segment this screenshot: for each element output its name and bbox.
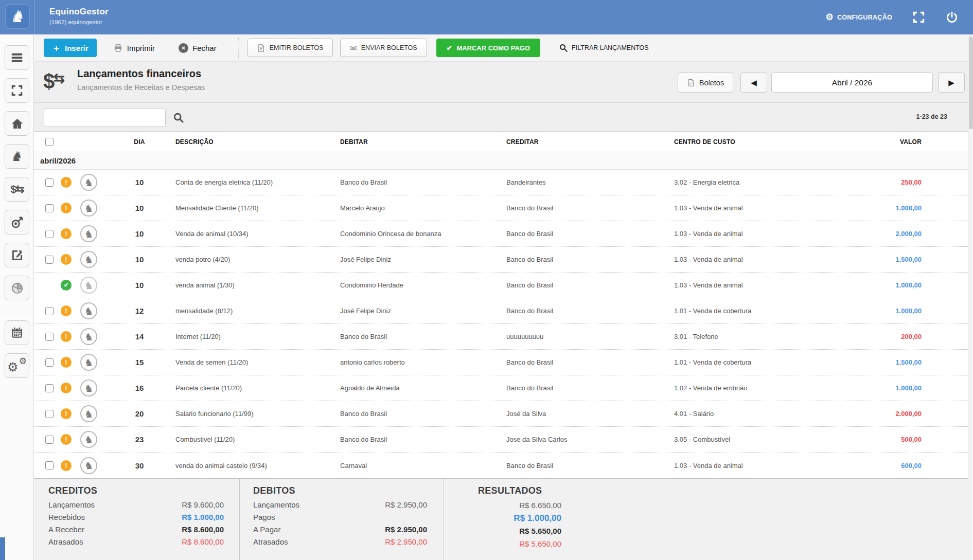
horse-icon[interactable]: ♞: [80, 174, 97, 191]
row-description[interactable]: mensalidade (8/12): [173, 307, 340, 315]
scrollbar-thumb[interactable]: [969, 37, 973, 129]
summary-row: A PagarR$ 2.950,00: [253, 523, 427, 536]
row-checkbox[interactable]: [45, 358, 54, 367]
sidebar-finance-button[interactable]: $⇆: [5, 177, 29, 202]
finance-title-icon: $⇆: [43, 70, 64, 93]
horse-icon[interactable]: ♞: [80, 251, 97, 268]
horse-icon[interactable]: ♞: [80, 354, 97, 371]
status-icon[interactable]: !: [61, 254, 72, 265]
horse-icon[interactable]: ♞: [80, 380, 97, 396]
row-checkbox[interactable]: [45, 307, 54, 315]
status-icon[interactable]: !: [61, 177, 72, 188]
table-row[interactable]: ! ♞ 14 Internet (11/20) Banco do Brasil …: [34, 324, 973, 350]
horse-icon[interactable]: ♞: [80, 405, 97, 422]
status-icon[interactable]: ✔: [61, 280, 72, 291]
app-logo[interactable]: ♞: [6, 5, 29, 28]
row-description[interactable]: Mensalidade Cliente (11/20): [173, 204, 340, 212]
table-row[interactable]: ! ♞ 15 Venda de semen (11/20) antonio ca…: [34, 350, 973, 375]
filter-button[interactable]: FILTRAR LANÇAMENTOS: [552, 39, 656, 57]
horse-icon[interactable]: ♞: [80, 277, 97, 294]
column-descricao[interactable]: DESCRIÇÃO: [173, 138, 340, 146]
emit-boletos-button[interactable]: EMITIR BOLETOS: [247, 39, 333, 57]
column-creditar[interactable]: CREDITAR: [506, 138, 674, 146]
row-cost-center: 3.05 - Combustível: [674, 436, 844, 443]
row-description[interactable]: Combustivel (11/20): [173, 436, 340, 443]
sidebar-breeding-button[interactable]: [5, 210, 29, 234]
column-valor[interactable]: VALOR: [844, 138, 922, 146]
horse-icon[interactable]: ♞: [80, 457, 97, 474]
row-description[interactable]: venda animal (1/30): [173, 281, 340, 289]
sidebar-fullscreen-button[interactable]: [5, 78, 29, 103]
table-row[interactable]: ! ♞ 10 Mensalidade Cliente (11/20) Marce…: [34, 195, 973, 221]
sidebar-menu-button[interactable]: [5, 45, 29, 70]
status-icon[interactable]: !: [61, 331, 72, 342]
status-icon[interactable]: !: [61, 305, 72, 316]
row-description[interactable]: Parcela cliente (11/20): [173, 384, 340, 392]
mark-paid-button[interactable]: ✔ MARCAR COMO PAGO: [436, 39, 541, 57]
sidebar-edit-button[interactable]: [5, 243, 29, 267]
sidebar-settings-button[interactable]: ⚙⚙: [5, 353, 29, 378]
table-row[interactable]: ! ♞ 30 venda do animal castelo (9/34) Ca…: [34, 453, 973, 478]
row-checkbox[interactable]: [45, 461, 54, 469]
row-description[interactable]: Venda de semen (11/20): [173, 358, 340, 366]
status-icon[interactable]: !: [61, 460, 72, 471]
table-row[interactable]: ! ♞ 20 Salario funcionario (11/99) Banco…: [34, 401, 973, 427]
sidebar-home-button[interactable]: [5, 111, 29, 136]
status-icon[interactable]: !: [61, 434, 72, 445]
table-row[interactable]: ! ♞ 10 Venda de animal (10/34) Condomini…: [34, 221, 973, 247]
table-row[interactable]: ✔ ♞ 10 venda animal (1/30) Condominio He…: [34, 273, 973, 298]
row-description[interactable]: Venda de animal (10/34): [173, 230, 340, 238]
row-checkbox[interactable]: [45, 333, 54, 341]
configuration-button[interactable]: ⚙ CONFIGURAÇÃO: [825, 13, 892, 22]
row-checkbox[interactable]: [45, 410, 54, 418]
close-button[interactable]: ✕ Fechar: [171, 39, 224, 57]
sidebar-reports-button[interactable]: [5, 276, 29, 300]
search-input[interactable]: [44, 108, 166, 127]
send-boletos-button[interactable]: ✉ ENVIAR BOLETOS: [340, 39, 427, 57]
insert-button[interactable]: ＋ Inserir: [44, 39, 97, 57]
status-icon[interactable]: !: [61, 228, 72, 239]
table-row[interactable]: ! ♞ 10 Conta de energia eletrica (11/20)…: [34, 170, 973, 195]
results-value: R$ 5.650,00: [478, 525, 561, 537]
row-checkbox[interactable]: [45, 204, 54, 212]
horse-icon[interactable]: ♞: [80, 328, 97, 345]
boletos-button[interactable]: Boletos: [678, 73, 733, 93]
row-description[interactable]: Internet (11/20): [173, 333, 340, 340]
row-checkbox[interactable]: [45, 436, 54, 444]
logout-button[interactable]: [945, 11, 959, 24]
table-row[interactable]: ! ♞ 16 Parcela cliente (11/20) Agnaldo d…: [34, 375, 973, 401]
table-row[interactable]: ! ♞ 10 venda potro (4/20) José Felipe Di…: [34, 247, 973, 273]
table-row[interactable]: ! ♞ 12 mensalidade (8/12) José Felipe Di…: [34, 298, 973, 324]
sidebar-calendar-button[interactable]: [5, 320, 29, 345]
table-row[interactable]: ! ♞ 23 Combustivel (11/20) Banco do Bras…: [34, 427, 973, 453]
horse-icon[interactable]: ♞: [80, 302, 97, 319]
column-debitar[interactable]: DEBITAR: [340, 138, 506, 146]
row-checkbox[interactable]: [45, 384, 54, 392]
row-checkbox[interactable]: [45, 178, 54, 187]
row-description[interactable]: venda do animal castelo (9/34): [173, 462, 340, 469]
print-button[interactable]: Imprimir: [106, 39, 162, 57]
select-all-checkbox[interactable]: [45, 138, 54, 146]
fullscreen-button[interactable]: [912, 10, 926, 24]
vertical-scrollbar[interactable]: [968, 34, 973, 560]
row-checkbox[interactable]: [45, 230, 54, 238]
status-icon[interactable]: !: [61, 408, 72, 419]
row-checkbox[interactable]: [45, 256, 54, 264]
status-icon[interactable]: !: [61, 383, 72, 393]
previous-month-button[interactable]: ◀: [740, 73, 767, 93]
column-centro-de-custo[interactable]: CENTRO DE CUSTO: [674, 138, 844, 146]
next-month-button[interactable]: ▶: [938, 73, 965, 93]
horse-icon[interactable]: ♞: [80, 431, 97, 448]
column-dia[interactable]: DIA: [106, 138, 173, 146]
month-selector[interactable]: Abril / 2026: [771, 73, 933, 93]
status-icon[interactable]: !: [61, 357, 72, 368]
horse-icon[interactable]: ♞: [80, 200, 97, 216]
sidebar-horses-button[interactable]: ♞: [5, 144, 29, 169]
search-icon[interactable]: [173, 112, 184, 123]
row-debit-account: Banco do Brasil: [340, 333, 506, 340]
horse-icon[interactable]: ♞: [80, 225, 97, 242]
row-description[interactable]: Conta de energia eletrica (11/20): [173, 178, 340, 186]
status-icon[interactable]: !: [61, 203, 72, 213]
row-description[interactable]: Salario funcionario (11/99): [173, 410, 340, 418]
row-description[interactable]: venda potro (4/20): [173, 256, 340, 263]
